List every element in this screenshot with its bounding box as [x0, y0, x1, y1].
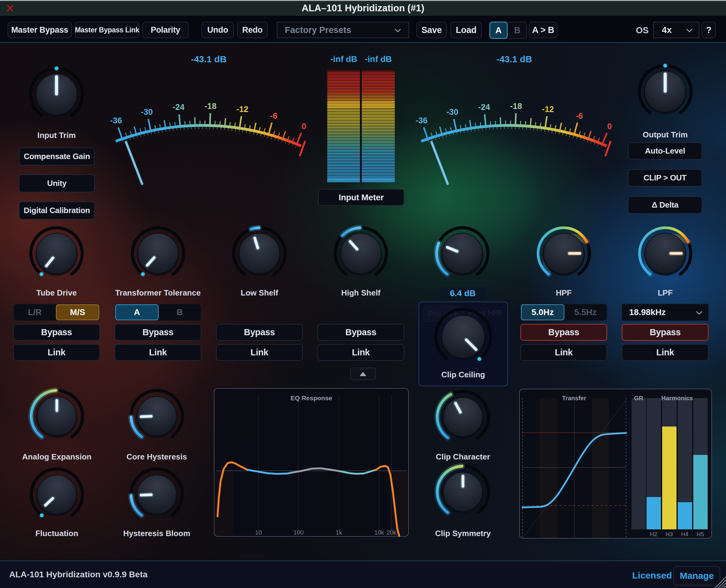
svg-text:GR: GR	[634, 395, 644, 401]
svg-text:0: 0	[607, 122, 612, 131]
svg-text:-30: -30	[446, 107, 458, 117]
svg-text:Harmonics: Harmonics	[661, 395, 693, 401]
svg-text:0: 0	[302, 122, 306, 131]
svg-text:-18: -18	[204, 102, 216, 111]
svg-text:1k: 1k	[336, 529, 342, 536]
svg-text:H4: H4	[681, 531, 689, 537]
svg-text:H3: H3	[666, 531, 673, 537]
svg-text:-36: -36	[416, 116, 427, 125]
svg-text:-12: -12	[237, 105, 248, 114]
svg-text:-6: -6	[270, 111, 278, 121]
svg-text:-43.1 dB: -43.1 dB	[497, 54, 532, 64]
svg-text:-36: -36	[110, 116, 122, 125]
svg-text:EQ Response: EQ Response	[290, 395, 332, 401]
svg-text:-12: -12	[542, 105, 554, 114]
svg-text:100: 100	[293, 529, 303, 536]
svg-text:10: 10	[255, 529, 262, 536]
svg-text:-6: -6	[576, 111, 583, 121]
svg-text:H5: H5	[697, 531, 704, 537]
svg-text:-24: -24	[173, 103, 185, 112]
svg-text:H2: H2	[650, 531, 657, 537]
svg-text:Transfer: Transfer	[562, 395, 586, 401]
svg-text:-18: -18	[510, 102, 522, 111]
svg-text:10k: 10k	[374, 529, 384, 536]
svg-text:-24: -24	[478, 103, 490, 112]
svg-text:-43.1 dB: -43.1 dB	[191, 54, 227, 64]
svg-text:-30: -30	[141, 107, 153, 117]
